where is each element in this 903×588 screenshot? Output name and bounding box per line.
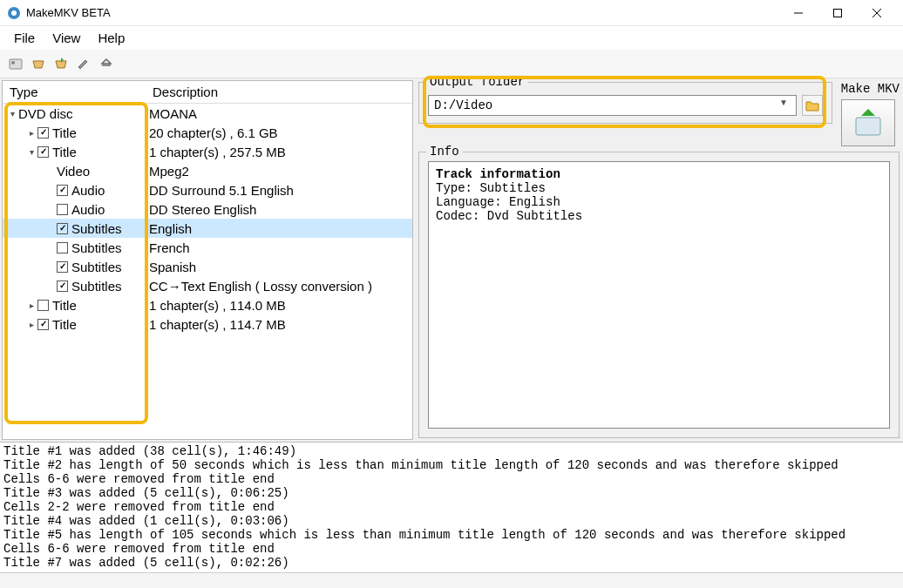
tree-header-desc[interactable]: Description [153,84,412,99]
menu-help[interactable]: Help [89,28,133,48]
checkbox[interactable] [57,204,68,215]
tree-type-label: DVD disc [18,106,73,121]
checkbox[interactable] [37,319,49,330]
tree-type-label: Title [52,298,77,313]
open-disc-button[interactable] [28,53,49,74]
tree-row[interactable]: ▸Title1 chapter(s) , 114.7 MB [3,314,412,334]
menu-file[interactable]: File [5,28,44,48]
browse-folder-button[interactable] [802,95,823,116]
save-button[interactable] [51,53,71,74]
tree-row[interactable]: AudioDD Stereo English [3,199,412,219]
checkbox[interactable] [57,242,68,253]
tree-type-label: Video [57,164,90,179]
expander-icon[interactable]: ▾ [25,147,37,157]
expander-icon[interactable]: ▾ [6,109,18,118]
log-output[interactable]: Title #1 was added (38 cell(s), 1:46:49)… [0,442,903,572]
svg-rect-8 [856,118,880,135]
checkbox[interactable] [57,185,68,196]
tree-header-type[interactable]: Type [10,84,153,99]
tree-type-label: Audio [71,183,105,198]
tree-desc-label: 1 chapter(s) , 257.5 MB [149,145,412,159]
tree-row[interactable]: SubtitlesFrench [3,238,412,257]
svg-rect-3 [833,9,841,17]
tree-header: Type Description [3,81,412,104]
expander-icon[interactable]: ▸ [25,320,37,329]
tree-type-label: Subtitles [71,260,122,274]
checkbox[interactable] [57,280,68,292]
settings-button[interactable] [73,53,94,74]
close-button[interactable] [857,1,896,25]
tree-desc-label: 20 chapter(s) , 6.1 GB [149,125,412,140]
checkbox[interactable] [37,300,49,311]
checkbox[interactable] [57,261,68,273]
eject-button[interactable] [96,53,117,74]
output-folder-fieldset: Output folder ▼ [418,82,832,124]
make-mkv-button[interactable] [841,99,895,146]
checkbox[interactable] [37,146,49,158]
open-file-button[interactable] [5,53,26,74]
tree-type-label: Title [52,317,77,332]
statusbar [0,572,903,588]
tree-row[interactable]: VideoMpeg2 [3,161,412,180]
info-lines: Type: Subtitles Language: English Codec:… [436,181,582,223]
title-tree-panel: Type Description ▾DVD discMOANA▸Title20 … [2,80,413,440]
tree-desc-label: Mpeg2 [149,164,412,179]
checkbox[interactable] [57,223,68,234]
tree-row[interactable]: AudioDD Surround 5.1 English [3,180,412,199]
tree-desc-label: Spanish [149,260,412,274]
svg-rect-6 [10,59,22,69]
tree-desc-label: French [149,240,412,255]
info-heading: Track information [436,167,560,181]
tree-type-label: Subtitles [71,221,122,236]
tree-row[interactable]: ▾Title1 chapter(s) , 257.5 MB [3,142,412,161]
expander-icon[interactable]: ▸ [25,128,37,138]
tree-type-label: Audio [71,202,105,217]
info-label: Info [426,145,463,159]
tree-desc-label: 1 chapter(s) , 114.7 MB [149,317,412,332]
tree-body[interactable]: ▾DVD discMOANA▸Title20 chapter(s) , 6.1 … [3,104,412,439]
tree-desc-label: English [149,221,412,236]
titlebar: MakeMKV BETA [0,0,903,26]
tree-row[interactable]: ▸Title1 chapter(s) , 114.0 MB [3,295,412,314]
tree-type-label: Subtitles [71,240,122,255]
svg-point-7 [11,61,15,64]
app-icon [7,6,21,20]
tree-desc-label: 1 chapter(s) , 114.0 MB [149,298,412,313]
tree-desc-label: MOANA [149,106,412,121]
tree-row[interactable]: SubtitlesEnglish [3,219,412,238]
checkbox[interactable] [37,127,49,139]
menubar: File View Help [0,26,903,50]
output-folder-label: Output folder [426,75,528,89]
maximize-button[interactable] [818,1,857,25]
menu-view[interactable]: View [44,28,89,48]
tree-type-label: Title [52,125,77,140]
tree-desc-label: DD Stereo English [149,202,412,217]
info-fieldset: Info Track information Type: Subtitles L… [418,152,900,438]
window-title: MakeMKV BETA [26,6,778,19]
tree-type-label: Title [52,145,77,159]
tree-row[interactable]: SubtitlesSpanish [3,257,412,276]
tree-row[interactable]: ▾DVD discMOANA [3,104,412,123]
minimize-button[interactable] [778,1,818,25]
make-mkv-label: Make MKV [841,82,900,96]
info-content: Track information Type: Subtitles Langua… [428,161,890,429]
tree-desc-label: DD Surround 5.1 English [149,183,412,198]
tree-row[interactable]: ▸Title20 chapter(s) , 6.1 GB [3,123,412,142]
tree-row[interactable]: SubtitlesCC→Text English ( Lossy convers… [3,276,412,295]
make-mkv-section: Make MKV [841,82,900,146]
svg-point-1 [11,10,17,16]
expander-icon[interactable]: ▸ [25,301,37,310]
tree-desc-label: CC→Text English ( Lossy conversion ) [149,279,412,294]
tree-type-label: Subtitles [71,279,122,294]
output-folder-input[interactable] [428,95,797,116]
